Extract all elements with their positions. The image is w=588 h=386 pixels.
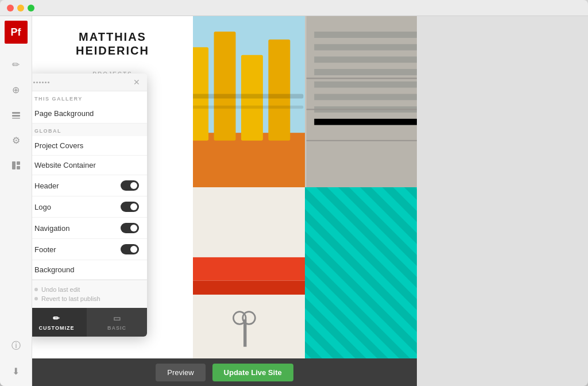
navigation-toggle[interactable] xyxy=(121,223,139,233)
logo-item[interactable]: Logo xyxy=(32,196,147,218)
svg-rect-11 xyxy=(268,40,290,141)
svg-rect-2 xyxy=(12,118,20,119)
website-container-item[interactable]: Website Container xyxy=(32,156,147,175)
svg-rect-12 xyxy=(193,94,303,98)
settings-panel: ✕ THIS GALLERY Page Background GLOBAL Pr… xyxy=(32,74,147,337)
svg-rect-16 xyxy=(314,32,417,38)
this-gallery-label: THIS GALLERY xyxy=(32,91,147,104)
gallery-image-4 xyxy=(305,187,417,358)
svg-rect-9 xyxy=(214,32,236,141)
gallery-area xyxy=(193,16,417,358)
drag-handle[interactable] xyxy=(33,82,49,83)
bottom-bar: Preview Update Live Site xyxy=(32,358,417,386)
pencil-icon[interactable]: ✏ xyxy=(6,54,26,75)
svg-rect-35 xyxy=(305,187,417,358)
site-name: MATTHIAS HEIDERICH xyxy=(44,30,181,57)
gallery-image-3 xyxy=(193,187,305,358)
icon-sidebar: Pf ✏ ⊕ ⚙ ⓘ ⬇ xyxy=(0,16,32,386)
project-covers-item[interactable]: Project Covers xyxy=(32,136,147,156)
background-item[interactable]: Background xyxy=(32,260,147,280)
svg-rect-20 xyxy=(314,82,417,88)
revert-action[interactable]: Revert to last publish xyxy=(34,294,139,303)
footer-toggle[interactable] xyxy=(121,244,139,254)
header-item[interactable]: Header xyxy=(32,175,147,196)
maximize-button[interactable] xyxy=(28,5,34,11)
undo-action[interactable]: Undo last edit xyxy=(34,285,139,294)
preview-area: MATTHIAS HEIDERICH PROJECTS Systems / La… xyxy=(32,16,588,386)
basic-tab[interactable]: ▭ BASIC xyxy=(87,308,147,337)
svg-rect-15 xyxy=(307,16,417,187)
titlebar-buttons xyxy=(7,5,34,11)
svg-rect-23 xyxy=(314,119,417,125)
update-live-site-button[interactable]: Update Live Site xyxy=(212,364,293,381)
logo-toggle[interactable] xyxy=(121,202,139,212)
svg-rect-18 xyxy=(314,56,417,63)
svg-rect-29 xyxy=(193,281,305,295)
svg-rect-7 xyxy=(193,133,305,187)
panel-titlebar: ✕ xyxy=(32,74,147,91)
svg-rect-28 xyxy=(193,257,305,281)
svg-rect-4 xyxy=(17,161,20,165)
header-toggle[interactable] xyxy=(121,180,139,191)
gear-icon[interactable]: ⚙ xyxy=(6,130,26,150)
titlebar xyxy=(0,0,588,16)
navigation-item[interactable]: Navigation xyxy=(32,218,147,239)
global-label: GLOBAL xyxy=(32,123,147,136)
customize-tab[interactable]: ✏ CUSTOMIZE xyxy=(32,308,87,337)
svg-rect-3 xyxy=(12,161,16,169)
customize-icon: ✏ xyxy=(53,314,60,323)
gallery-image-2 xyxy=(305,16,417,187)
gallery-image-1 xyxy=(193,16,305,187)
svg-rect-13 xyxy=(193,106,303,109)
app-window: Pf ✏ ⊕ ⚙ ⓘ ⬇ xyxy=(0,0,588,386)
layout-icon[interactable] xyxy=(6,155,26,176)
svg-rect-21 xyxy=(314,94,417,100)
download-icon[interactable]: ⬇ xyxy=(6,361,26,381)
svg-rect-19 xyxy=(314,69,417,75)
plus-circle-icon[interactable]: ⊕ xyxy=(6,79,26,100)
close-button[interactable] xyxy=(7,5,14,11)
panel-footer-actions: Undo last edit Revert to last publish xyxy=(32,280,147,308)
panel-tabs: ✏ CUSTOMIZE ▭ BASIC xyxy=(32,308,147,337)
preview-button[interactable]: Preview xyxy=(156,364,205,381)
info-icon[interactable]: ⓘ xyxy=(6,335,26,356)
minimize-button[interactable] xyxy=(17,5,24,11)
svg-rect-17 xyxy=(314,44,417,51)
footer-item[interactable]: Footer xyxy=(32,239,147,260)
basic-icon: ▭ xyxy=(113,314,121,323)
undo-dot xyxy=(34,288,38,291)
svg-rect-1 xyxy=(12,115,20,117)
page-background-item[interactable]: Page Background xyxy=(32,104,147,123)
app-body: Pf ✏ ⊕ ⚙ ⓘ ⬇ xyxy=(0,16,588,386)
svg-rect-5 xyxy=(17,166,20,169)
svg-rect-0 xyxy=(12,112,20,114)
revert-dot xyxy=(34,297,38,300)
pf-logo: Pf xyxy=(5,21,28,44)
close-icon[interactable]: ✕ xyxy=(133,78,140,86)
layers-icon[interactable] xyxy=(6,105,26,125)
